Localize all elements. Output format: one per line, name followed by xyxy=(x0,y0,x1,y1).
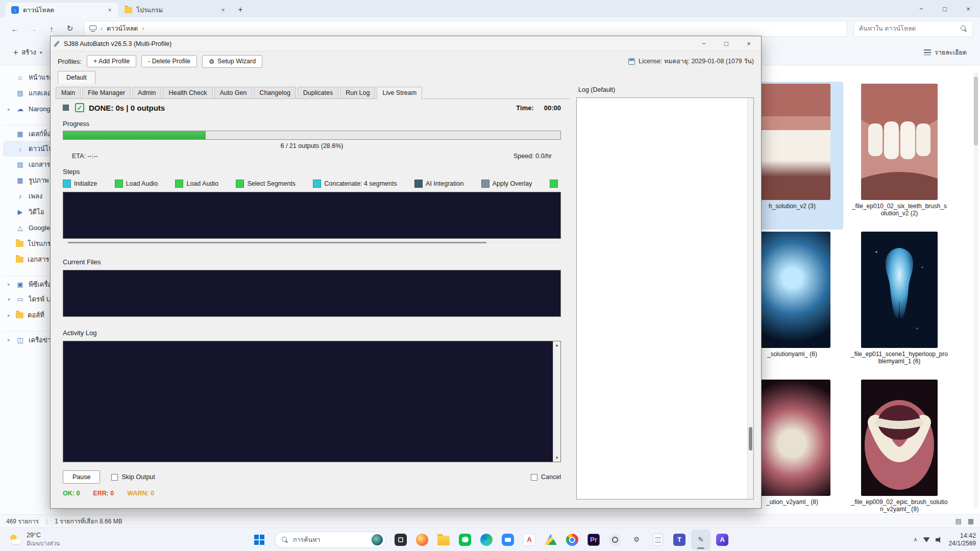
file-thumbnail xyxy=(754,84,830,200)
close-button[interactable]: × xyxy=(957,0,980,17)
black-app-icon[interactable] xyxy=(391,530,410,550)
activity-log-console[interactable]: ▲ ▼ xyxy=(63,341,561,462)
new-tab-button[interactable]: + xyxy=(234,3,247,16)
scroll-up-icon[interactable]: ▲ xyxy=(555,343,559,347)
checkbox-icon[interactable] xyxy=(531,474,537,481)
expand-chevron-icon[interactable]: ▸ xyxy=(6,313,12,318)
scrollbar-thumb[interactable] xyxy=(974,77,978,145)
file-item[interactable]: _file_ep009_02_epic_brush_solution_v2yam… xyxy=(848,378,950,525)
obs-icon[interactable] xyxy=(605,530,625,550)
expand-chevron-icon[interactable]: ▾ xyxy=(6,297,12,302)
checkbox-icon[interactable] xyxy=(111,474,118,481)
delete-profile-button[interactable]: - Delete Profile xyxy=(141,55,197,67)
close-tab-icon[interactable]: × xyxy=(105,6,114,15)
tab-health-check[interactable]: Health Check xyxy=(163,87,212,98)
details-icon xyxy=(924,49,931,55)
tab-changelog[interactable]: Changelog xyxy=(254,87,296,98)
maximize-button[interactable]: □ xyxy=(933,0,957,17)
autobatch-icon[interactable]: ✎ xyxy=(691,530,710,550)
search-input[interactable]: ค้นหาใน ดาวน์โหลด xyxy=(853,21,973,37)
tab-live-stream[interactable]: Live Stream xyxy=(377,87,422,99)
scroll-down-icon[interactable]: ▼ xyxy=(555,456,559,460)
google-drive-icon[interactable] xyxy=(541,530,560,550)
file-item[interactable]: _file_ep010_02_six_teeth_brush_solution_… xyxy=(848,82,950,230)
content-scrollbar[interactable] xyxy=(973,71,978,508)
new-button[interactable]: + สร้าง ▾ xyxy=(8,44,47,61)
minimize-button[interactable]: − xyxy=(693,36,715,52)
explorer-tab-programs[interactable]: โปรแกรม × xyxy=(118,3,232,17)
sidebar-item-icon: ▶ xyxy=(16,208,24,216)
tab-run-log[interactable]: Run Log xyxy=(340,87,375,98)
maximize-button[interactable]: □ xyxy=(715,36,738,52)
file-item[interactable]: _file_ep011_scene1_hyperloop_problemyaml… xyxy=(848,230,950,378)
refresh-button[interactable]: ↻ xyxy=(62,21,78,36)
err-counter: ERR: 0 xyxy=(93,490,114,497)
activity-log-scrollbar[interactable]: ▲ ▼ xyxy=(553,341,560,462)
profiles-toolbar: Profiles: + Add Profile - Delete Profile… xyxy=(51,54,761,69)
sidebar-item-icon: ▭ xyxy=(16,295,24,303)
settings-icon[interactable]: ⚙ xyxy=(627,530,646,550)
minimize-button[interactable]: − xyxy=(910,0,933,17)
explorer-tab-downloads[interactable]: ↓ ดาวน์โหลด × xyxy=(5,3,118,17)
teams-icon[interactable]: T xyxy=(670,530,689,550)
speed-text: Speed: 0.0/hr xyxy=(513,153,552,160)
steps-hscrollbar[interactable] xyxy=(63,241,561,244)
setup-wizard-button[interactable]: ⚙ Setup Wizard xyxy=(202,55,262,68)
clock[interactable]: 14:42 24/1/2569 xyxy=(949,532,976,548)
tab-file-manager[interactable]: File Manager xyxy=(82,87,131,98)
back-button[interactable]: ← xyxy=(7,21,22,36)
up-button[interactable]: ↑ xyxy=(44,21,59,36)
step-chip: Apply Overlay xyxy=(481,180,532,188)
status-text: DONE: 0s | 0 outputs xyxy=(89,104,165,112)
counters-row: OK: 0 ERR: 0 WARN: 0 xyxy=(63,490,561,497)
skip-output-checkbox[interactable]: Skip Output xyxy=(111,473,155,481)
tab-main[interactable]: Main xyxy=(56,87,81,98)
firefox-icon[interactable] xyxy=(412,530,432,550)
address-bar[interactable]: › ดาวน์โหลด › xyxy=(84,21,847,37)
tab-duplicates[interactable]: Duplicates xyxy=(298,87,338,98)
volume-icon[interactable] xyxy=(936,537,943,543)
breadcrumb[interactable]: ดาวน์โหลด xyxy=(107,23,138,34)
ai-app-icon[interactable]: A xyxy=(713,530,732,550)
log-scrollbar[interactable] xyxy=(747,98,753,499)
notepad-icon[interactable] xyxy=(648,530,668,550)
window-controls: − □ × xyxy=(910,0,980,17)
line-icon[interactable] xyxy=(455,530,475,550)
wifi-icon[interactable] xyxy=(923,537,930,542)
acrobat-icon[interactable]: A xyxy=(520,530,539,550)
thumbnail-view-icon[interactable]: ▦ xyxy=(968,517,974,525)
folder-icon xyxy=(125,7,132,13)
tab-auto-gen[interactable]: Auto Gen xyxy=(214,87,253,98)
progress-text: 6 / 21 outputs (28.6%) xyxy=(63,142,561,149)
scrollbar-thumb[interactable] xyxy=(749,427,752,450)
chrome-icon[interactable] xyxy=(562,530,582,550)
forward-button[interactable]: → xyxy=(26,21,41,36)
premiere-icon[interactable]: Pr xyxy=(584,530,603,550)
add-profile-button[interactable]: + Add Profile xyxy=(87,55,136,67)
pause-button[interactable]: Pause xyxy=(63,470,100,484)
list-view-icon[interactable]: ▤ xyxy=(955,517,961,525)
steps-console xyxy=(63,192,561,239)
close-button[interactable]: × xyxy=(738,36,760,52)
log-panel[interactable] xyxy=(576,97,754,499)
taskbar-search[interactable]: การค้นหา xyxy=(275,532,386,548)
weather-widget[interactable]: 29°C มีเมฆบางส่วน xyxy=(5,528,64,551)
file-thumbnail xyxy=(754,232,830,348)
tab-admin[interactable]: Admin xyxy=(132,87,161,98)
expand-chevron-icon[interactable]: ▸ xyxy=(6,337,12,342)
cancel-checkbox[interactable]: Cancel xyxy=(531,473,561,481)
close-tab-icon[interactable]: × xyxy=(218,6,228,15)
hidden-icons-chevron[interactable]: ∧ xyxy=(914,536,918,543)
file-explorer-icon[interactable] xyxy=(434,530,453,550)
expand-chevron-icon[interactable]: ▸ xyxy=(6,282,12,287)
details-view-button[interactable]: รายละเอียด xyxy=(919,44,972,61)
start-button[interactable] xyxy=(249,530,270,550)
profile-tab-default[interactable]: Default xyxy=(58,71,95,84)
breadcrumb-separator: › xyxy=(101,25,103,32)
stop-icon[interactable] xyxy=(63,105,69,111)
zoom-icon[interactable] xyxy=(498,530,518,550)
expand-chevron-icon[interactable]: ▸ xyxy=(6,107,12,112)
edge-icon[interactable] xyxy=(477,530,496,550)
autobatch-titlebar[interactable]: SJ88 AutoBatch v26.5.3 (Multi-Profile) −… xyxy=(51,36,761,52)
scrollbar-thumb[interactable] xyxy=(68,242,486,243)
